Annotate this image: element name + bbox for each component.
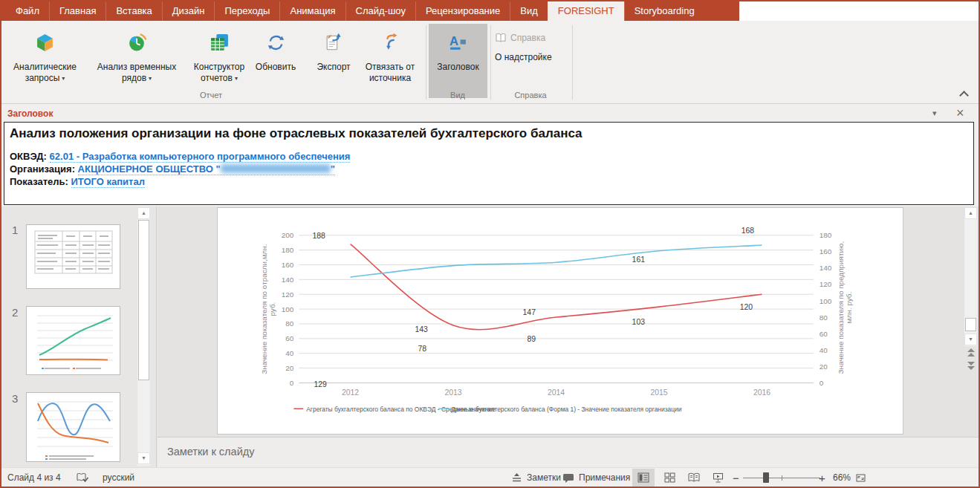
svg-text:20: 20 [820,362,828,371]
okved-label: ОКВЭД: [10,151,47,162]
slide-sorter-view-button[interactable] [658,469,681,487]
report-builder-button[interactable]: Конструкторотчетов▾ [185,24,253,98]
comments-toggle-label: Примечания [579,472,630,483]
current-slide: 0204060801001201401601802000204060801001… [217,207,903,435]
svg-text:Значение показателя по предпри: Значение показателя по предприятию,млн. … [837,241,853,374]
svg-text:78: 78 [418,345,426,353]
next-slide-button[interactable] [966,361,976,370]
previous-slide-button[interactable] [966,348,976,357]
button-label: Заголовок [429,62,487,73]
scroll-down-button[interactable]: ▼ [964,334,977,345]
scroll-up-button[interactable]: ▲ [964,207,977,219]
svg-text:20: 20 [285,364,294,372]
fit-to-window-button[interactable] [851,469,869,487]
scrollbar-thumb[interactable] [138,220,149,380]
header-toggle-button[interactable]: A Заголовок [429,24,487,98]
export-button[interactable]: Экспорт [312,24,355,98]
thumbnail-preview-chart [27,393,120,461]
slide-thumbnail-2[interactable] [26,306,120,375]
thumbnail-preview-table [27,225,120,288]
okved-row: ОКВЭД: 62.01 - Разработка компьютерного … [10,150,968,163]
tab-рецензирование[interactable]: Рецензирование [415,1,510,21]
export-document-icon [312,24,355,53]
button-label: запросы▾ [3,73,87,84]
indicator-link[interactable]: ИТОГО капитал [71,176,145,188]
slide-thumbnail-panel: 1 2 3 [0,206,157,467]
pane-menu-icon[interactable]: ▾ [932,108,937,118]
spellcheck-icon[interactable] [77,468,89,487]
powerpoint-window: ФайлГлавнаяВставкаДизайнПереходыАнимация… [0,0,980,488]
notes-toggle-button[interactable]: Заметки [511,468,561,487]
scroll-up-button[interactable]: ▲ [137,207,150,219]
svg-text:120: 120 [282,290,294,299]
about-addin-button[interactable]: О надстройке [495,49,552,65]
ribbon-tabs: ФайлГлавнаяВставкаДизайнПереходыАнимация… [6,1,704,21]
svg-text:2014: 2014 [548,388,565,397]
tab-storyboarding[interactable]: Storyboarding [624,1,704,21]
unlink-from-source-button[interactable]: Отвязать отисточника [357,24,424,98]
redacted-org-name [221,164,331,173]
slide-thumbnail-1[interactable] [26,224,120,289]
tab-дизайн[interactable]: Дизайн [162,1,215,21]
clock-icon [88,24,185,53]
normal-view-button[interactable] [632,469,655,487]
tab-главная[interactable]: Главная [49,1,106,21]
organization-link[interactable]: АКЦИОНЕРНОЕ ОБЩЕСТВО "" [78,163,335,175]
button-label: Аналитические [3,62,87,73]
scrollbar-thumb[interactable] [965,318,976,331]
slide-counter: Слайд 4 из 4 [7,468,61,487]
scroll-down-button[interactable]: ▼ [137,452,150,464]
svg-text:103: 103 [632,318,646,326]
tab-foresight[interactable]: FORESIGHT [548,1,624,21]
svg-text:89: 89 [527,335,536,343]
indicator-label: Показатель: [10,176,68,187]
tab-слайд-шоу[interactable]: Слайд-шоу [345,1,415,21]
zoom-out-button[interactable]: − [733,468,739,487]
tab-переходы[interactable]: Переходы [214,1,279,21]
collapse-ribbon-icon[interactable] [959,91,969,100]
svg-text:168: 168 [742,227,755,235]
notes-icon [511,472,522,483]
svg-text:80: 80 [285,319,294,328]
svg-text:80: 80 [820,313,828,322]
help-button[interactable]: Справка [495,30,545,46]
tab-вид[interactable]: Вид [510,1,548,21]
tab-вставка[interactable]: Вставка [106,1,161,21]
svg-text:40: 40 [820,346,828,354]
button-label: источника [357,73,424,84]
slideshow-view-button[interactable] [707,469,729,487]
time-series-analysis-button[interactable]: Анализ временныхрядов▾ [88,24,185,98]
ribbon: Аналитическиезапросы▾ Анализ временныхря… [0,21,980,104]
zoom-slider-handle[interactable] [763,472,769,483]
tab-анимация[interactable]: Анимация [279,1,345,21]
slide-thumbnail-3[interactable] [26,392,120,462]
notes-toggle-label: Заметки [527,472,561,483]
zoom-in-button[interactable]: + [819,468,825,487]
analytical-queries-button[interactable]: Аналитическиезапросы▾ [3,24,87,98]
pane-title: Заголовок [7,108,53,119]
report-table-icon [185,24,253,53]
okved-link[interactable]: 62.01 - Разработка компьютерного програм… [50,151,351,163]
zoom-level[interactable]: 66% [833,468,851,487]
notes-panel[interactable]: Заметки к слайду [158,437,979,467]
reading-view-button[interactable] [683,469,705,487]
svg-text:60: 60 [820,330,828,338]
tab-файл[interactable]: Файл [6,1,49,21]
organization-row: Организация: АКЦИОНЕРНОЕ ОБЩЕСТВО "" [10,163,968,175]
slide-chart[interactable]: 0204060801001201401601802000204060801001… [218,208,903,434]
header-content-box: Анализ положения организации на фоне отр… [4,122,974,205]
button-label: Конструктор [185,62,253,73]
svg-text:160: 160 [282,261,294,269]
language-indicator[interactable]: русский [103,468,134,487]
comments-toggle-button[interactable]: Примечания [562,468,630,487]
svg-text:Данные бухгалтерского баланса: Данные бухгалтерского баланса (Форма 1) … [451,406,682,413]
button-label: Отвязать от [357,62,424,73]
svg-text:2012: 2012 [342,388,359,397]
pane-close-icon[interactable]: × [956,105,964,121]
refresh-button[interactable]: Обновить [254,24,297,98]
zoom-slider[interactable] [743,469,820,487]
window-border-left [0,0,1,488]
svg-text:60: 60 [285,334,294,342]
svg-text:A: A [450,34,458,48]
svg-text:120: 120 [740,303,753,311]
